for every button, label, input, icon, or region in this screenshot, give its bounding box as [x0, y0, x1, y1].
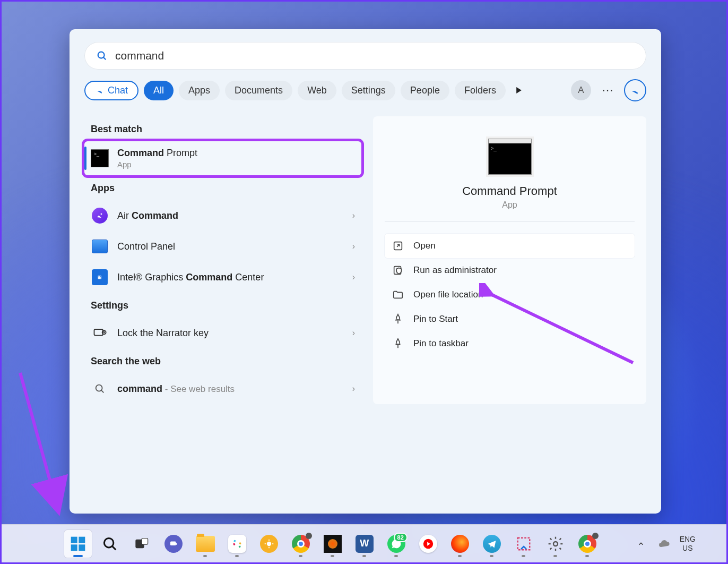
taskbar-settings[interactable]	[542, 530, 569, 558]
taskbar-taskview[interactable]	[128, 530, 155, 558]
best-match-result[interactable]: Command Prompt App	[84, 141, 361, 175]
action-open[interactable]: Open	[385, 234, 635, 258]
taskbar-chrome[interactable]	[287, 530, 315, 558]
whatsapp-icon: 82	[387, 535, 405, 553]
user-avatar[interactable]: A	[571, 80, 591, 100]
pin-icon	[392, 313, 404, 325]
preview-sub: App	[385, 200, 635, 210]
control-panel-icon	[91, 237, 109, 255]
app-result-air-command[interactable]: Air Command ›	[84, 200, 361, 231]
app-result-control-panel[interactable]: Control Panel ›	[84, 231, 361, 262]
taskbar-chat[interactable]	[160, 530, 187, 558]
start-button[interactable]	[64, 530, 92, 558]
chrome-icon	[292, 535, 310, 553]
svg-point-19	[267, 541, 271, 545]
bing-button[interactable]	[624, 79, 646, 101]
bing-chat-icon	[95, 86, 105, 95]
setting-result-narrator-lock[interactable]: Lock the Narrator key ›	[84, 318, 361, 348]
app-result-intel-command-center[interactable]: ⊞ Intel® Graphics Command Center ›	[84, 262, 361, 293]
taskbar-explorer[interactable]	[192, 530, 219, 558]
action-open-file-location[interactable]: Open file location	[385, 283, 635, 307]
filter-tab-folders[interactable]: Folders	[455, 81, 506, 100]
air-command-icon	[91, 207, 109, 225]
filter-tab-documents[interactable]: Documents	[225, 81, 292, 100]
teams-chat-icon	[164, 535, 183, 553]
taskbar-search[interactable]	[96, 530, 124, 558]
preview-column: Command Prompt App Open Run as administr…	[373, 116, 646, 404]
action-label: Pin to Start	[413, 314, 458, 324]
search-icon	[102, 536, 118, 552]
taskbar-media[interactable]	[319, 530, 346, 558]
search-icon	[96, 50, 108, 62]
search-icon	[91, 380, 109, 398]
snip-icon	[516, 536, 532, 552]
search-input[interactable]	[115, 49, 635, 62]
taskbar-snip[interactable]	[510, 530, 538, 558]
svg-line-15	[112, 546, 116, 550]
best-match-sub: App	[117, 160, 355, 169]
search-box[interactable]	[84, 42, 646, 70]
taskbar-youtube[interactable]	[414, 530, 442, 558]
taskbar-chrome-2[interactable]	[574, 530, 601, 558]
svg-rect-12	[71, 544, 77, 551]
action-pin-to-start[interactable]: Pin to Start	[385, 307, 635, 331]
action-pin-to-taskbar[interactable]: Pin to taskbar	[385, 331, 635, 356]
svg-point-14	[104, 538, 114, 548]
slack-icon	[228, 535, 246, 553]
svg-rect-11	[79, 536, 85, 543]
svg-point-0	[98, 52, 105, 58]
web-result-title: command - See web results	[117, 383, 352, 395]
results-column: Best match Command Prompt App Apps Air C…	[84, 116, 361, 404]
youtube-icon	[419, 535, 437, 553]
tray-expand[interactable]	[633, 530, 649, 558]
filter-tab-apps[interactable]: Apps	[179, 81, 220, 100]
preview-title: Command Prompt	[385, 184, 635, 198]
taskbar-weather[interactable]	[255, 530, 283, 558]
svg-line-1	[103, 57, 106, 59]
filter-tab-people[interactable]: People	[401, 81, 449, 100]
filter-tab-settings[interactable]: Settings	[342, 81, 395, 100]
chevron-right-icon: ›	[352, 211, 355, 220]
firefox-icon	[451, 535, 469, 553]
language-indicator[interactable]: ENGUS	[680, 535, 696, 553]
svg-point-4	[96, 385, 102, 391]
svg-rect-21	[518, 537, 530, 550]
taskbar-word[interactable]: W	[351, 530, 378, 558]
narrator-lock-icon	[91, 324, 109, 342]
svg-rect-18	[170, 541, 176, 545]
action-run-admin[interactable]: Run as administrator	[385, 258, 635, 283]
svg-line-5	[101, 390, 103, 392]
action-label: Pin to taskbar	[413, 338, 469, 349]
filter-row: Chat All Apps Documents Web Settings Peo…	[84, 79, 646, 101]
chat-filter-button[interactable]: Chat	[84, 81, 138, 100]
open-icon	[392, 240, 404, 252]
filter-tab-all[interactable]: All	[144, 81, 174, 100]
chat-filter-label: Chat	[108, 85, 128, 96]
cloud-icon	[658, 537, 671, 550]
filter-tab-web[interactable]: Web	[298, 81, 336, 100]
taskbar-slack[interactable]	[223, 530, 251, 558]
windows-icon	[70, 535, 86, 552]
svg-rect-2	[94, 329, 103, 336]
app-result-title: Air Command	[117, 210, 352, 221]
action-label: Run as administrator	[413, 265, 497, 276]
chevron-right-icon: ›	[352, 272, 355, 282]
taskview-icon	[134, 536, 149, 551]
taskbar-firefox[interactable]	[446, 530, 474, 558]
shield-icon	[392, 264, 404, 276]
chevron-right-icon: ›	[352, 328, 355, 338]
folder-icon	[196, 536, 215, 552]
taskbar-whatsapp[interactable]: 82	[383, 530, 410, 558]
pin-icon	[392, 338, 404, 349]
chevron-right-icon: ›	[352, 384, 355, 394]
taskbar: W 82 ENGUS	[2, 524, 726, 562]
gear-icon	[547, 535, 564, 552]
web-result-command[interactable]: command - See web results ›	[84, 373, 361, 404]
tray-onedrive[interactable]	[656, 530, 672, 558]
chrome-icon	[578, 535, 596, 553]
taskbar-telegram[interactable]	[478, 530, 506, 558]
more-options-button[interactable]: ⋯	[596, 83, 619, 97]
chevron-right-icon: ›	[352, 242, 355, 251]
filters-scroll-right[interactable]	[513, 84, 525, 96]
svg-point-22	[553, 542, 558, 546]
